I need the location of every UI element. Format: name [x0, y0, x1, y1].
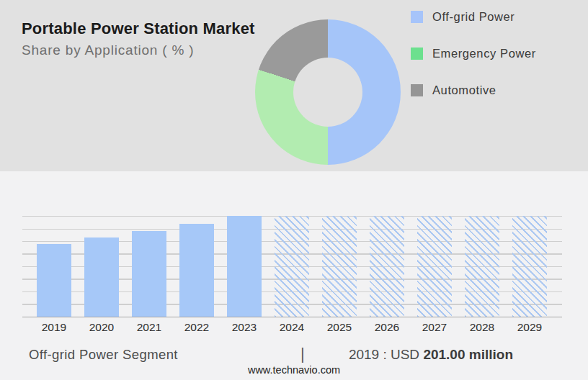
bar-2022: [179, 224, 214, 317]
x-axis-label-2023: 2023: [223, 321, 266, 334]
segment-value: 2019 : USD 201.00 million: [349, 347, 513, 363]
bar-2028-forecast: [465, 216, 499, 317]
legend-swatch-icon: [411, 11, 423, 23]
legend-swatch-icon: [411, 48, 423, 60]
bar-2024-forecast: [275, 216, 309, 317]
x-axis-baseline: [22, 317, 562, 318]
footer-separator: |: [300, 345, 305, 363]
bar-2029-forecast: [512, 216, 547, 317]
legend-label: Off-grid Power: [432, 10, 514, 24]
donut-hole: [293, 58, 362, 127]
legend-label: Emergency Power: [432, 47, 536, 60]
bar-2019: [37, 244, 71, 317]
legend-item-emergency-power: Emergency Power: [411, 48, 536, 60]
x-axis-label-2019: 2019: [32, 321, 76, 334]
x-axis-label-2028: 2028: [460, 321, 504, 334]
legend-swatch-icon: [411, 84, 423, 96]
bar-2020: [84, 238, 119, 317]
website-url: www.technavio.com: [0, 364, 588, 376]
x-axis-label-2027: 2027: [413, 321, 456, 334]
segment-value-amount: 201.00 million: [423, 347, 513, 362]
infographic-page: Portable Power Station Market Share by A…: [0, 0, 588, 380]
bar-2021: [132, 231, 166, 317]
bar-2025-forecast: [322, 216, 357, 317]
bar-2023: [227, 216, 262, 317]
legend-label: Automotive: [432, 83, 496, 97]
x-axis-label-2025: 2025: [318, 321, 361, 334]
donut-chart: [255, 19, 401, 165]
bar-plot: 2019202020212022202320242025202620272028…: [22, 216, 562, 317]
donut-chart-section: Portable Power Station Market Share by A…: [0, 0, 588, 171]
x-axis-label-2026: 2026: [365, 321, 409, 334]
x-axis-label-2022: 2022: [175, 321, 218, 334]
donut-legend: Off-grid PowerEmergency PowerAutomotive: [411, 11, 536, 121]
page-subtitle: Share by Application ( % ): [22, 42, 194, 58]
x-axis-label-2029: 2029: [508, 321, 551, 334]
bar-chart-section: 2019202020212022202320242025202620272028…: [0, 171, 588, 380]
x-axis-label-2020: 2020: [80, 321, 123, 334]
segment-label: Off-grid Power Segment: [29, 347, 178, 363]
segment-value-prefix: 2019 : USD: [349, 347, 424, 362]
x-axis-label-2021: 2021: [128, 321, 171, 334]
x-axis-label-2024: 2024: [270, 321, 313, 334]
legend-item-off-grid-power: Off-grid Power: [411, 11, 536, 23]
legend-item-automotive: Automotive: [411, 84, 536, 96]
bar-2026-forecast: [370, 216, 404, 317]
bar-2027-forecast: [417, 216, 452, 317]
page-title: Portable Power Station Market: [22, 19, 255, 38]
